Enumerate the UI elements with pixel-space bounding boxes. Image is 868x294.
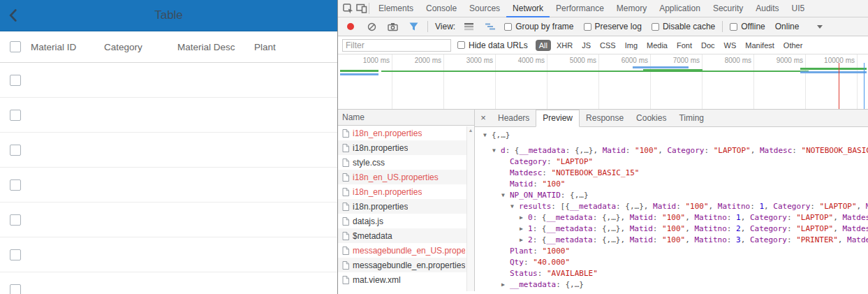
expand-arrow-icon[interactable]: ▼ <box>492 145 501 156</box>
json-tree-line[interactable]: Plant: "1000" <box>479 246 868 257</box>
network-request-row[interactable]: style.css <box>338 155 474 170</box>
detail-tab-preview[interactable]: Preview <box>536 110 580 127</box>
checkbox-preserve-log[interactable]: Preserve log <box>584 22 642 31</box>
clear-button[interactable] <box>365 20 378 34</box>
row-checkbox[interactable] <box>10 110 21 121</box>
json-tree-line[interactable]: Status: "AVAILABLE" <box>479 268 868 279</box>
json-tree-line[interactable]: ▼d: {__metadata: {,…}, Matid: "100", Cat… <box>479 145 868 156</box>
network-request-row[interactable]: i18n.properties <box>338 140 474 155</box>
filter-type-xhr[interactable]: XHR <box>553 40 576 51</box>
tab-elements[interactable]: Elements <box>372 0 420 17</box>
table-row[interactable] <box>0 168 337 203</box>
network-request-row[interactable]: i18n.properties <box>338 199 474 214</box>
network-request-row[interactable]: i18n_en_US.properties <box>338 170 474 184</box>
json-tree-line[interactable]: Category: "LAPTOP" <box>479 156 868 168</box>
json-tree-line[interactable]: Matdesc: "NOTEBOOK_BASIC_15" <box>479 168 868 179</box>
back-button[interactable] <box>9 0 17 31</box>
expand-arrow-icon[interactable]: ▼ <box>501 190 510 201</box>
filter-type-other[interactable]: Other <box>780 40 807 51</box>
screenshot-button[interactable] <box>385 20 399 34</box>
json-tree-line[interactable]: ▶2: {__metadata: {,…}, Matid: "100", Mat… <box>479 235 868 246</box>
tab-security[interactable]: Security <box>707 0 749 17</box>
tab-application[interactable]: Application <box>653 0 707 17</box>
throttling-select[interactable]: Online <box>775 22 800 31</box>
json-tree-line[interactable]: ▼{,…} <box>479 130 868 141</box>
filter-type-img[interactable]: Img <box>621 40 641 51</box>
network-request-row[interactable]: datajs.js <box>338 214 474 228</box>
record-button[interactable] <box>344 20 358 34</box>
row-checkbox[interactable] <box>10 249 21 260</box>
row-checkbox[interactable] <box>10 179 21 191</box>
filter-type-manifest[interactable]: Manifest <box>742 40 778 51</box>
expand-arrow-icon[interactable]: ▶ <box>501 279 510 291</box>
detail-tab-cookies[interactable]: Cookies <box>630 110 672 126</box>
column-header-category[interactable]: Category <box>104 42 177 52</box>
json-tree-line[interactable]: ▶1: {__metadata: {,…}, Matid: "100", Mat… <box>479 223 868 235</box>
table-row[interactable] <box>0 203 337 237</box>
checkbox-hide-data-urls[interactable]: Hide data URLs <box>457 41 528 50</box>
scrollbar[interactable]: ▲ <box>466 126 474 291</box>
network-request-row[interactable]: i18n_en.properties <box>338 184 474 199</box>
json-tree-line[interactable]: ▼results: [{__metadata: {,…}, Matid: "10… <box>479 201 868 212</box>
network-request-row[interactable]: $metadata <box>338 228 474 243</box>
select-all-checkbox[interactable] <box>10 41 21 52</box>
network-overview-timeline[interactable]: 1000 ms2000 ms3000 ms4000 ms5000 ms6000 … <box>338 54 868 110</box>
tab-sources[interactable]: Sources <box>463 0 506 17</box>
filter-type-js[interactable]: JS <box>578 40 594 51</box>
expand-arrow-icon[interactable]: ▶ <box>520 235 528 246</box>
detail-tab-response[interactable]: Response <box>580 110 630 126</box>
tab-ui5[interactable]: UI5 <box>786 0 811 17</box>
checkbox-offline[interactable]: Offline <box>730 22 765 31</box>
column-header-plant[interactable]: Plant <box>254 42 337 52</box>
tab-console[interactable]: Console <box>420 0 463 17</box>
inspect-button[interactable] <box>341 1 355 15</box>
row-checkbox[interactable] <box>10 75 21 86</box>
tab-performance[interactable]: Performance <box>550 0 610 17</box>
row-checkbox[interactable] <box>10 284 21 294</box>
filter-type-ws[interactable]: WS <box>721 40 740 51</box>
tab-memory[interactable]: Memory <box>610 0 653 17</box>
checkbox-group-by-frame[interactable]: Group by frame <box>504 22 573 31</box>
tab-audits[interactable]: Audits <box>749 0 785 17</box>
expand-arrow-icon[interactable]: ▼ <box>483 130 492 141</box>
filter-type-font[interactable]: Font <box>673 40 696 51</box>
name-column-header[interactable]: Name <box>338 110 474 126</box>
table-row[interactable] <box>0 98 337 133</box>
scroll-up-icon[interactable]: ▲ <box>467 128 474 133</box>
dropdown-arrow-icon[interactable] <box>817 25 823 29</box>
expand-arrow-icon[interactable]: ▼ <box>510 201 519 212</box>
checkbox-disable-cache[interactable]: Disable cache <box>652 22 715 31</box>
filter-button[interactable] <box>406 20 420 34</box>
table-row[interactable] <box>0 237 337 272</box>
json-tree-line[interactable]: Qty: "40.000" <box>479 257 868 268</box>
filter-type-css[interactable]: CSS <box>596 40 619 51</box>
json-tree-line[interactable]: ▶0: {__metadata: {,…}, Matid: "100", Mat… <box>479 212 868 223</box>
row-checkbox[interactable] <box>10 214 21 226</box>
table-row[interactable] <box>0 63 337 98</box>
row-checkbox[interactable] <box>10 145 21 156</box>
column-header-material-desc[interactable]: Material Desc <box>177 42 254 52</box>
filter-type-doc[interactable]: Doc <box>698 40 719 51</box>
filter-input[interactable] <box>342 39 451 52</box>
detail-tab-headers[interactable]: Headers <box>492 110 536 126</box>
network-request-row[interactable]: i18n_en.properties <box>338 126 474 140</box>
filter-type-media[interactable]: Media <box>643 40 671 51</box>
network-request-row[interactable]: messagebundle_en_US.properties <box>338 243 474 258</box>
tab-network[interactable]: Network <box>506 0 550 17</box>
close-detail-button[interactable]: × <box>475 110 492 126</box>
expand-arrow-icon[interactable]: ▶ <box>520 223 528 235</box>
filter-type-all[interactable]: All <box>536 40 551 51</box>
view-list-button[interactable] <box>462 20 476 34</box>
table-row[interactable] <box>0 272 337 294</box>
network-request-row[interactable]: messagebundle_en.properties <box>338 258 474 272</box>
table-row[interactable] <box>0 133 337 168</box>
column-header-material-id[interactable]: Material ID <box>31 42 104 52</box>
json-tree-line[interactable]: Matid: "100" <box>479 179 868 190</box>
view-overview-button[interactable] <box>483 20 497 34</box>
expand-arrow-icon[interactable]: ▶ <box>520 212 528 223</box>
json-tree-line[interactable]: ▼NP_ON_MATID: {,…} <box>479 190 868 201</box>
network-request-row[interactable]: mat.view.xml <box>338 272 474 287</box>
detail-tab-timing[interactable]: Timing <box>672 110 710 126</box>
device-toolbar-button[interactable] <box>355 1 369 15</box>
json-tree-line[interactable]: ▶__metadata: {,…} <box>479 279 868 291</box>
